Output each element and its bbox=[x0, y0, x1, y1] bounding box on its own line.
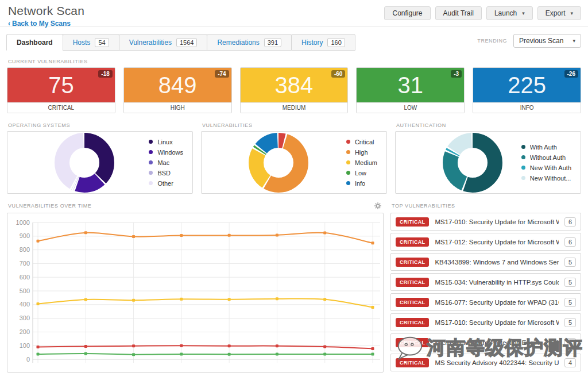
vulnerability-row[interactable]: CRITICAL MS15-034: Vulnerability in HTTP… bbox=[390, 273, 581, 291]
vulnerability-count-badge[interactable]: 6 bbox=[564, 217, 576, 227]
vulnerability-count-badge[interactable]: 5 bbox=[564, 258, 576, 267]
tab-hosts[interactable]: Hosts 54 bbox=[63, 34, 119, 51]
legend-item[interactable]: Info bbox=[346, 180, 377, 187]
vulnerability-row[interactable]: CRITICAL MS Security Advisory 4022344: S… bbox=[390, 354, 581, 371]
chart-legend: Critical High Medium Low Info bbox=[346, 139, 377, 187]
section-label: AUTHENTICATION bbox=[396, 122, 581, 128]
back-to-my-scans-link[interactable]: ‹Back to My Scans bbox=[8, 20, 84, 28]
legend-item[interactable]: With Auth bbox=[521, 144, 571, 151]
legend-item[interactable]: Other bbox=[149, 180, 183, 187]
vulnerability-title: Microsoft Malware Protection Engine < 1.… bbox=[435, 339, 558, 346]
data-point-high[interactable] bbox=[276, 233, 278, 236]
tab-vulnerabilities[interactable]: Vulnerabilities 1564 bbox=[119, 34, 208, 51]
data-point-low[interactable] bbox=[276, 352, 278, 355]
vulnerability-row[interactable]: CRITICAL KB4343899: Windows 7 and Window… bbox=[390, 253, 581, 271]
data-point-critical[interactable] bbox=[84, 345, 87, 348]
data-point-high[interactable] bbox=[132, 235, 135, 238]
data-point-high[interactable] bbox=[37, 240, 40, 243]
vulnerability-title: MS17-010: Security Update for Microsoft … bbox=[435, 319, 558, 326]
bottom-section: VULNERABILITIES OVER TIME 01002003004 bbox=[7, 202, 581, 373]
vulnerability-count-badge[interactable]: 6 bbox=[564, 237, 576, 247]
data-point-high[interactable] bbox=[323, 232, 326, 235]
card-critical[interactable]: 75 -18 CRITICAL bbox=[7, 67, 115, 113]
legend-item[interactable]: New With Auth bbox=[521, 164, 571, 171]
configure-button[interactable]: Configure bbox=[384, 6, 430, 20]
data-point-critical[interactable] bbox=[276, 344, 278, 347]
export-button[interactable]: Export ▾ bbox=[537, 6, 581, 20]
card-medium[interactable]: 384 -60 MEDIUM bbox=[240, 67, 349, 113]
data-point-critical[interactable] bbox=[132, 344, 135, 347]
tab-count-badge: 160 bbox=[327, 38, 345, 47]
series-line-low bbox=[38, 354, 373, 355]
data-point-critical[interactable] bbox=[323, 346, 326, 348]
legend-item[interactable]: Linux bbox=[149, 139, 183, 145]
data-point-medium[interactable] bbox=[180, 298, 183, 301]
data-point-low[interactable] bbox=[132, 353, 135, 356]
vulnerability-count-badge[interactable]: 4 bbox=[564, 358, 576, 367]
legend-dot-icon bbox=[149, 181, 153, 185]
trending-select[interactable]: Previous Scan ▾ bbox=[513, 34, 581, 48]
vulnerability-row[interactable]: CRITICAL Microsoft Malware Protection En… bbox=[390, 333, 581, 351]
tab-count-badge: 54 bbox=[95, 38, 109, 47]
legend-item[interactable]: BSD bbox=[149, 170, 183, 177]
data-point-medium[interactable] bbox=[323, 298, 326, 301]
data-point-critical[interactable] bbox=[180, 344, 183, 347]
legend-item[interactable]: Medium bbox=[346, 159, 377, 166]
legend-dot-icon bbox=[346, 160, 350, 164]
tab-remediations[interactable]: Remediations 391 bbox=[207, 34, 292, 51]
data-point-medium[interactable] bbox=[276, 297, 278, 300]
tab-dashboard[interactable]: Dashboard bbox=[6, 34, 63, 51]
severity-count: 225 bbox=[508, 72, 546, 98]
data-point-low[interactable] bbox=[84, 352, 87, 355]
data-point-low[interactable] bbox=[323, 352, 326, 355]
gear-icon[interactable] bbox=[374, 202, 382, 210]
legend-item[interactable]: Critical bbox=[346, 139, 377, 145]
legend-item[interactable]: Mac bbox=[149, 159, 183, 166]
vulnerability-count-badge[interactable]: 5 bbox=[564, 278, 576, 287]
vulnerability-count-badge[interactable]: 4 bbox=[564, 338, 576, 347]
data-point-high[interactable] bbox=[84, 231, 87, 234]
launch-button[interactable]: Launch ▾ bbox=[486, 6, 533, 20]
card-info[interactable]: 225 -26 INFO bbox=[473, 67, 581, 113]
data-point-high[interactable] bbox=[228, 234, 231, 237]
data-point-critical[interactable] bbox=[37, 346, 40, 348]
vulnerability-count-badge[interactable]: 5 bbox=[564, 318, 576, 327]
audit-trail-button[interactable]: Audit Trail bbox=[435, 6, 482, 20]
legend-item[interactable]: High bbox=[346, 149, 377, 156]
data-point-medium[interactable] bbox=[132, 299, 135, 302]
data-point-low[interactable] bbox=[228, 353, 231, 356]
data-point-low[interactable] bbox=[180, 352, 183, 355]
data-point-medium[interactable] bbox=[84, 298, 87, 301]
legend-label: New With Auth bbox=[530, 164, 571, 171]
vulnerability-row[interactable]: CRITICAL MS17-012: Security Update for M… bbox=[390, 233, 581, 251]
y-tick-label: 1000 bbox=[16, 219, 30, 226]
data-point-medium[interactable] bbox=[372, 306, 374, 309]
data-point-medium[interactable] bbox=[37, 302, 40, 305]
vulnerability-row[interactable]: CRITICAL MS16-077: Security Update for W… bbox=[390, 293, 581, 311]
data-point-high[interactable] bbox=[372, 241, 374, 244]
vulnerability-row[interactable]: CRITICAL MS17-010: Security Update for M… bbox=[390, 313, 581, 331]
data-point-high[interactable] bbox=[180, 234, 183, 237]
severity-card-top: 31 -3 bbox=[357, 68, 464, 102]
severity-delta-badge: -3 bbox=[451, 70, 462, 78]
legend-dot-icon bbox=[149, 171, 153, 175]
data-point-low[interactable] bbox=[372, 352, 374, 355]
severity-card-top: 384 -60 bbox=[241, 68, 348, 102]
data-point-medium[interactable] bbox=[228, 298, 231, 301]
data-point-critical[interactable] bbox=[372, 347, 374, 350]
severity-delta-badge: -26 bbox=[564, 70, 578, 78]
over-time-label-row: VULNERABILITIES OVER TIME bbox=[7, 202, 384, 210]
data-point-critical[interactable] bbox=[228, 344, 231, 347]
legend-item[interactable]: Low bbox=[346, 170, 377, 177]
tab-history[interactable]: History 160 bbox=[291, 34, 355, 51]
legend-item[interactable]: New Without... bbox=[521, 175, 571, 182]
card-low[interactable]: 31 -3 LOW bbox=[356, 67, 465, 113]
data-point-low[interactable] bbox=[37, 352, 40, 355]
legend-item[interactable]: Windows bbox=[149, 149, 183, 156]
header-button-label: Configure bbox=[392, 9, 422, 17]
card-high[interactable]: 849 -74 HIGH bbox=[123, 67, 232, 113]
legend-item[interactable]: Without Auth bbox=[521, 154, 571, 161]
vulnerability-count-badge[interactable]: 5 bbox=[564, 298, 576, 307]
severity-card-top: 75 -18 bbox=[7, 68, 115, 102]
vulnerability-row[interactable]: CRITICAL MS17-010: Security Update for M… bbox=[390, 213, 581, 231]
